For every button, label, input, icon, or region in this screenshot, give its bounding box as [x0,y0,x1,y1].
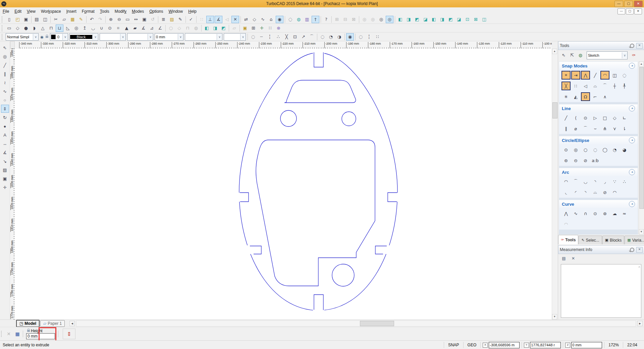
snap-radial-button[interactable]: ✳ [561,92,571,101]
curve-arc-disabled-button[interactable]: ◠ [561,220,571,229]
rotated-box-3d-button[interactable]: ◇ [14,24,21,32]
line-polygon-button[interactable]: ▷ [591,113,600,122]
plate-3d-button[interactable]: ▰ [131,24,139,32]
line-multiline-button[interactable]: ⟨ [571,113,580,122]
scroll-up-arrow[interactable]: ▲ [552,49,557,54]
height-input[interactable] [26,333,55,339]
snap-face-button[interactable]: ⌓ [591,82,600,90]
curve-fit-button[interactable]: ∩ [581,209,590,218]
vase-3d-button[interactable]: ⊔ [56,24,63,32]
snap-quadrant-button[interactable]: ◔ [327,33,335,41]
menu-view[interactable]: View [24,8,38,15]
sphere-3d-button[interactable]: ● [22,24,30,32]
curve-spiral-ccw-button[interactable]: ⊚ [600,209,609,218]
snap-vertex-button[interactable]: ◌ [249,33,257,41]
snap-quadrant-button[interactable]: ◌ [620,71,629,80]
tab-scroll-left-button[interactable]: ◄ [69,321,75,326]
disc-3d-button[interactable]: ⊙ [106,24,114,32]
snap-indicator[interactable]: SNAP [446,343,461,347]
snap-grid-toggle-button[interactable]: ∷ [198,16,206,23]
circle-tan-3-entities-button[interactable]: ◕ [620,145,629,154]
snap-intersection-button[interactable]: ╳ [283,33,290,41]
copy-entities-button[interactable]: ▣ [241,24,249,32]
snap-intersection-button[interactable]: ╳ [561,82,571,90]
circle-tool-button[interactable]: ○ [1,96,9,104]
panel-scrollbar[interactable]: ▲ ▼ [639,61,644,235]
toolbar-grip[interactable] [2,25,4,31]
palette-close-icon[interactable]: ✕ [636,247,643,253]
brush-style-combo[interactable]: ∨ [100,33,126,41]
mirror-copy-button[interactable]: ⊗ [275,24,282,32]
workplane-iso-2-button[interactable]: ◨ [438,16,446,23]
horizontal-ruler[interactable]: -340 mm-330 mm-320 mm-310 mm-300 mm-290 … [15,41,552,49]
cancel-inspector-button[interactable]: ✕ [4,330,13,338]
print-preview-button[interactable]: ◫ [41,16,49,23]
ellipse-ab-button[interactable]: a:b [591,156,600,165]
snap-facet-button[interactable]: ◭ [571,92,580,101]
pin-icon[interactable] [630,44,634,48]
collapse-chevron-icon[interactable]: « [629,63,635,69]
camera-view-button[interactable]: ◉ [276,16,283,23]
circle-tan-line-button[interactable]: ◯ [600,145,609,154]
snap-vertex-alt-button[interactable]: ◌ [357,33,365,41]
curve-bezier-button[interactable]: ⋀ [561,209,571,218]
menu-edit[interactable]: Edit [12,8,24,15]
snap-arc-center-button[interactable]: ◠ [600,71,609,80]
ellipse-fixed-ratio-button[interactable]: ⊘ [581,156,590,165]
circle-concentric-button[interactable]: ◎ [571,145,580,154]
snap-solid-button[interactable]: ◫ [610,71,619,80]
redo-button[interactable]: ↷ [96,16,104,23]
snap-tangent-button[interactable]: ⌒ [308,33,316,41]
geo-indicator[interactable]: GEO [466,343,479,347]
hemisphere-3d-button[interactable]: ◗ [31,24,38,32]
snap-corner-button[interactable]: ⌐ [591,92,600,101]
arc-ellipse-button[interactable]: ⌓ [591,188,600,197]
snap-magnetic-button[interactable]: ⌖ [561,71,571,80]
layers-button[interactable]: ≣ [160,16,167,23]
cup-3d-button[interactable]: ∪ [98,24,105,32]
pen-width-combo[interactable]: 0 ∨ [50,33,68,41]
arc-start-end-mid-button[interactable]: ◡ [581,177,590,186]
calculator-table-button[interactable]: ▦ [13,330,22,338]
snap-center-button[interactable]: ◌ [319,33,326,41]
curve-spline-button[interactable]: ∿ [571,209,580,218]
workplane-front-button[interactable]: ◩ [413,16,421,23]
snap-grid-button[interactable]: ∷ [571,82,580,90]
circle-double-point-button[interactable]: ○ [581,145,590,154]
snap-on-line-button[interactable]: ╱ [591,71,600,80]
collapse-chevron-icon[interactable]: « [629,201,635,207]
collapse-chevron-icon[interactable]: « [629,169,635,175]
mesh-3d-button[interactable]: ⌗ [114,24,122,32]
line-perpendicular-button[interactable]: ∟ [620,113,629,122]
angle-30-button[interactable]: ∠ [156,24,164,32]
select-cursor-button[interactable]: ⇖ [560,52,568,59]
scrollbar-thumb[interactable] [360,321,394,326]
new-button[interactable]: ▯ [5,16,13,23]
pick-filter-button[interactable]: ◁ [223,16,231,23]
extrude-direction-button[interactable]: ⇕ [63,329,75,339]
ortho-mode-button[interactable]: ⊥ [206,16,214,23]
walk-through-button[interactable]: ∿ [259,16,267,23]
solid-union-button[interactable]: ◩ [220,24,227,32]
pen-tool-button[interactable]: ✎ [176,16,184,23]
tab-paper-1[interactable]: ▱ Paper 1 [40,320,65,327]
section-header[interactable]: Arc « [559,168,638,176]
zoom-out-button[interactable]: ⊖ [115,16,123,23]
workplane-by-face-button[interactable]: ◧ [396,16,404,23]
line-tangent-to-arc-button[interactable]: ⌀ [571,124,580,133]
line-polygon-center-button[interactable]: ⊙ [581,113,590,122]
vertical-ruler[interactable]: 1890 mm1880 mm1870 mm1860 mm1850 mm1840 … [10,49,15,319]
menu-modes[interactable]: Modes [129,8,147,15]
scroll-down-arrow[interactable]: ▼ [552,314,557,319]
extrude-tool-button[interactable]: ⇕ [1,105,9,113]
world-options-button[interactable]: ◍ [577,52,584,59]
workplane-view-button[interactable]: ⊠ [472,16,480,23]
bowl-3d-button[interactable]: ◡ [89,24,97,32]
line-segment-button[interactable]: ╱ [561,113,571,122]
tab-blocks[interactable]: ▣ Blocks [602,236,625,244]
arc-tangent-button[interactable]: ◞ [600,177,609,186]
line-parallel-button[interactable]: ∥ [561,124,571,133]
ungroup-button[interactable]: ⊟ [341,16,349,23]
tab-selection[interactable]: ⇖ Selec... [579,236,602,244]
line-width-combo[interactable]: 0 mm ∨ [155,33,183,41]
